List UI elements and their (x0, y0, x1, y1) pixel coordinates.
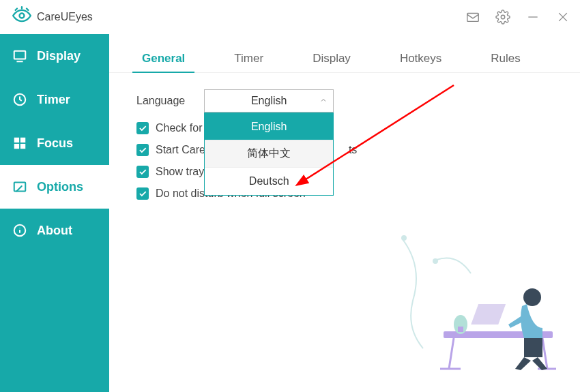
tab-general[interactable]: General (136, 48, 190, 72)
mail-icon[interactable] (464, 8, 482, 26)
sidebar-item-focus[interactable]: Focus (0, 121, 109, 165)
checkbox-updates[interactable] (136, 122, 149, 134)
tab-bar: General Timer Display Hotkeys Rules (109, 34, 580, 73)
svg-point-30 (454, 315, 467, 334)
checkbox-label: Check for (156, 122, 205, 134)
grid-icon (12, 136, 27, 151)
svg-rect-9 (14, 138, 19, 142)
sidebar-item-label: About (37, 224, 72, 238)
sidebar-item-options[interactable]: Options (0, 165, 109, 209)
decorative-illustration (396, 226, 573, 385)
sidebar-item-label: Focus (37, 136, 73, 151)
tab-rules[interactable]: Rules (485, 48, 525, 72)
monitor-icon (12, 48, 27, 63)
sidebar-item-label: Options (37, 180, 83, 194)
svg-rect-10 (20, 138, 25, 142)
sidebar-item-label: Timer (37, 93, 70, 107)
option-deutsch[interactable]: Deutsch (205, 168, 333, 195)
sidebar-item-timer[interactable]: Timer (0, 78, 109, 121)
gear-icon[interactable] (494, 8, 512, 26)
content-area: General Timer Display Hotkeys Rules Lang… (109, 34, 580, 392)
svg-rect-11 (14, 144, 19, 149)
general-panel: Language English English 简体中文 Deutsch (109, 73, 580, 226)
svg-rect-6 (14, 51, 26, 59)
checkbox-row-updates: Check for (136, 122, 553, 134)
svg-rect-27 (471, 304, 506, 325)
svg-rect-13 (14, 183, 26, 192)
clock-icon (12, 92, 27, 107)
checkbox-label: Show tray (156, 166, 204, 178)
language-dropdown: English 简体中文 Deutsch (204, 112, 334, 196)
checkbox-row-tray: Show tray (136, 166, 553, 178)
checkbox-tray[interactable] (136, 166, 149, 178)
checkbox-startup[interactable] (136, 144, 149, 156)
select-display[interactable]: English (204, 89, 334, 112)
language-select[interactable]: English English 简体中文 Deutsch (204, 89, 334, 112)
checkbox-label-suffix: ts (349, 144, 357, 156)
option-english[interactable]: English (205, 113, 333, 140)
checkbox-row-dnd: Do not disturb when full screen (136, 187, 553, 200)
svg-line-21 (449, 338, 454, 369)
tab-hotkeys[interactable]: Hotkeys (394, 48, 447, 72)
tab-timer[interactable]: Timer (229, 48, 269, 72)
chevron-up-icon (319, 95, 328, 107)
checkbox-row-startup: Start Care ts (136, 144, 553, 156)
svg-rect-20 (444, 331, 553, 338)
svg-point-19 (433, 258, 438, 264)
tab-display[interactable]: Display (307, 48, 356, 72)
close-button[interactable] (554, 8, 572, 26)
sidebar-item-label: Display (37, 49, 81, 63)
svg-rect-1 (467, 14, 479, 22)
checkbox-label: Start Care (156, 144, 205, 156)
window-controls (464, 8, 572, 26)
logo: CareUEyes (12, 6, 93, 28)
app-title: CareUEyes (37, 11, 93, 23)
titlebar: CareUEyes (0, 0, 580, 34)
svg-rect-31 (458, 327, 463, 332)
options-icon (12, 179, 27, 194)
svg-point-28 (523, 288, 541, 306)
svg-point-18 (401, 235, 407, 241)
minimize-button[interactable] (524, 8, 542, 26)
info-icon (12, 223, 27, 238)
svg-point-0 (20, 14, 25, 18)
svg-line-24 (542, 338, 547, 369)
sidebar-item-display[interactable]: Display (0, 34, 109, 78)
svg-rect-12 (20, 144, 25, 149)
option-chinese[interactable]: 简体中文 (205, 140, 333, 168)
select-value: English (251, 95, 287, 107)
sidebar: Display Timer Focus Options About (0, 34, 109, 392)
eye-icon (12, 6, 31, 28)
svg-rect-29 (524, 338, 542, 357)
checkbox-dnd[interactable] (136, 187, 149, 200)
language-label: Language (136, 95, 185, 107)
sidebar-item-about[interactable]: About (0, 209, 109, 252)
svg-point-2 (501, 15, 505, 19)
